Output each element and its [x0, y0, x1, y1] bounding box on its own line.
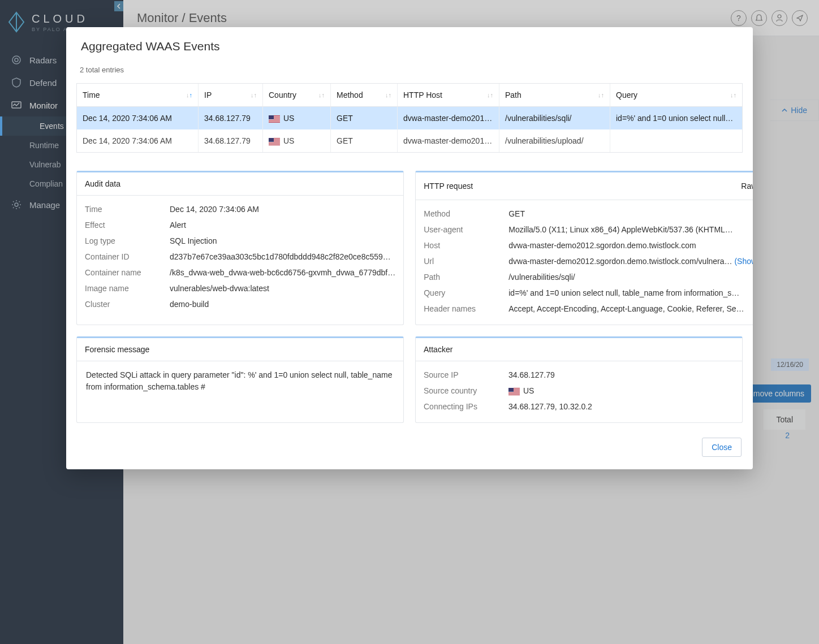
http-request-panel: HTTP request Raw Off MethodGET User-agen…	[415, 171, 753, 325]
table-row[interactable]: Dec 14, 2020 7:34:06 AM 34.68.127.79 US …	[77, 107, 742, 129]
cell-query: id=%' and 1=0 union select null…	[610, 107, 742, 129]
kv-key: Log type	[85, 236, 170, 245]
modal: Aggregated WAAS Events 2 total entries T…	[66, 27, 753, 469]
entry-count: 2 total entries	[80, 66, 743, 74]
th-host[interactable]: HTTP Host↓↑	[398, 84, 499, 107]
kv-value: /k8s_dvwa-web_dvwa-web-bc6cd6756-gxvmh_d…	[170, 268, 395, 277]
sort-icon: ↓↑	[487, 92, 493, 98]
kv-key: Path	[424, 273, 508, 282]
sort-icon: ↓↑	[318, 92, 325, 98]
kv-key: Time	[85, 205, 170, 214]
cell-time: Dec 14, 2020 7:34:06 AM	[77, 129, 199, 152]
kv-value: dvwa-master-demo2012.sgordon.demo.twistl…	[508, 241, 696, 250]
kv-key: Query	[424, 288, 508, 297]
kv-value: dvwa-master-demo2012.sgordon.demo.twistl…	[508, 257, 753, 266]
cell-ip: 34.68.127.79	[199, 107, 263, 129]
kv-key: Url	[424, 257, 508, 266]
sort-icon: ↓↑	[186, 92, 192, 98]
cell-time: Dec 14, 2020 7:34:06 AM	[77, 107, 199, 129]
kv-value: SQL Injection	[170, 236, 217, 245]
flag-us-icon	[269, 138, 280, 145]
country-code: US	[523, 386, 534, 395]
th-label: Path	[505, 90, 521, 100]
kv-value: 34.68.127.79	[508, 370, 555, 379]
events-table: Time ↓↑ IP↓↑ Country↓↑ Method↓↑ HTTP Hos…	[76, 83, 743, 153]
cell-method: GET	[331, 129, 398, 152]
th-method[interactable]: Method↓↑	[331, 84, 398, 107]
sort-icon: ↓↑	[385, 92, 391, 98]
raw-toggle[interactable]: Raw Off	[741, 179, 753, 193]
kv-key: Connecting IPs	[424, 402, 508, 411]
raw-label: Raw	[741, 181, 753, 191]
kv-key: Host	[424, 241, 508, 250]
forensic-text: Detected SQLi attack in query parameter …	[85, 367, 395, 403]
cell-host: dvwa-master-demo2012.…	[398, 107, 499, 129]
th-query[interactable]: Query↓↑	[610, 84, 742, 107]
flag-us-icon	[269, 115, 280, 123]
modal-title: Aggregated WAAS Events	[81, 40, 738, 53]
cell-country: US	[263, 107, 331, 129]
panel-title: Forensic message	[85, 345, 149, 354]
kv-value: demo-build	[170, 300, 209, 309]
cell-path: /vulnerabilities/sqli/	[499, 107, 610, 129]
kv-value: GET	[508, 209, 525, 218]
cell-country: US	[263, 129, 331, 152]
kv-key: Method	[424, 209, 508, 218]
audit-data-panel: Audit data TimeDec 14, 2020 7:34:06 AM E…	[76, 171, 404, 325]
kv-key: Source IP	[424, 370, 508, 379]
panel-title: Attacker	[424, 345, 452, 354]
th-label: IP	[204, 90, 212, 100]
th-label: Time	[83, 90, 100, 100]
kv-key: Container ID	[85, 252, 170, 261]
th-time[interactable]: Time ↓↑	[77, 84, 199, 107]
kv-value: Alert	[170, 221, 186, 230]
kv-value: d237b7e67ce39aa303c5bc1d780fdbddd948c2f8…	[170, 252, 391, 261]
close-button[interactable]: Close	[702, 438, 742, 457]
kv-value: 34.68.127.79, 10.32.0.2	[508, 402, 592, 411]
forensic-message-panel: Forensic message Detected SQLi attack in…	[76, 336, 404, 423]
cell-host: dvwa-master-demo2012.…	[398, 129, 499, 152]
kv-key: Header names	[424, 304, 508, 313]
sort-icon: ↓↑	[251, 92, 257, 98]
kv-key: User-agent	[424, 225, 508, 234]
cell-method: GET	[331, 107, 398, 129]
kv-value: /vulnerabilities/sqli/	[508, 273, 575, 282]
panel-title: Audit data	[85, 179, 120, 188]
url-text: dvwa-master-demo2012.sgordon.demo.twistl…	[508, 257, 732, 266]
sort-icon: ↓↑	[730, 92, 736, 98]
th-country[interactable]: Country↓↑	[263, 84, 331, 107]
kv-value: Accept, Accept-Encoding, Accept-Language…	[508, 304, 744, 313]
modal-header: Aggregated WAAS Events	[66, 27, 753, 66]
country-code: US	[283, 114, 294, 123]
th-label: HTTP Host	[403, 90, 442, 100]
th-ip[interactable]: IP↓↑	[199, 84, 263, 107]
kv-value: vulnerables/web-dvwa:latest	[170, 284, 269, 293]
th-label: Country	[269, 90, 296, 100]
kv-key: Image name	[85, 284, 170, 293]
panel-title: HTTP request	[424, 181, 473, 191]
th-label: Method	[337, 90, 363, 100]
kv-value: id=%' and 1=0 union select null, table_n…	[508, 288, 739, 297]
kv-key: Container name	[85, 268, 170, 277]
th-path[interactable]: Path↓↑	[499, 84, 610, 107]
cell-query	[610, 129, 742, 152]
attacker-panel: Attacker Source IP34.68.127.79 Source co…	[415, 336, 743, 423]
kv-key: Cluster	[85, 300, 170, 309]
kv-key: Source country	[424, 386, 508, 395]
modal-overlay: Aggregated WAAS Events 2 total entries T…	[0, 0, 819, 644]
kv-value: Dec 14, 2020 7:34:06 AM	[170, 205, 259, 214]
kv-key: Effect	[85, 221, 170, 230]
country-code: US	[283, 136, 294, 145]
flag-us-icon	[508, 388, 520, 395]
cell-path: /vulnerabilities/upload/	[499, 129, 610, 152]
th-label: Query	[616, 90, 637, 100]
kv-value: US	[508, 386, 534, 395]
sort-icon: ↓↑	[598, 92, 604, 98]
table-row[interactable]: Dec 14, 2020 7:34:06 AM 34.68.127.79 US …	[77, 129, 742, 152]
show-decoded-link[interactable]: (Show decoded)	[734, 257, 753, 266]
cell-ip: 34.68.127.79	[199, 129, 263, 152]
kv-value: Mozilla/5.0 (X11; Linux x86_64) AppleWeb…	[508, 225, 733, 234]
table-header: Time ↓↑ IP↓↑ Country↓↑ Method↓↑ HTTP Hos…	[77, 84, 742, 107]
